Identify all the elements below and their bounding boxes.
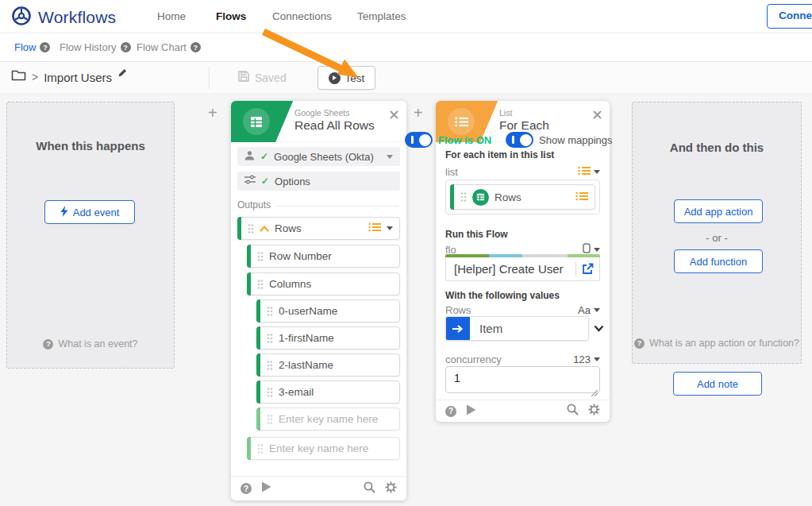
section-label: With the following values <box>445 290 560 301</box>
concurrency-input[interactable]: 1 <box>445 366 600 393</box>
chevron-down-icon[interactable] <box>594 248 600 252</box>
drag-handle-icon[interactable] <box>267 333 273 344</box>
collapse-chevron-up-icon[interactable] <box>260 222 269 234</box>
drag-handle-icon[interactable] <box>257 279 264 290</box>
nav-item-home[interactable]: Home <box>157 10 186 22</box>
drag-handle-icon[interactable] <box>267 306 273 317</box>
gear-icon[interactable] <box>385 481 397 496</box>
list-field-name: list <box>445 166 458 178</box>
mapped-rows-chip[interactable]: Rows <box>450 184 595 210</box>
options-row[interactable]: ✓ Options <box>237 172 400 191</box>
help-icon[interactable]: ? <box>445 406 456 417</box>
output-field-label: Row Number <box>269 250 332 262</box>
run-step-play-icon[interactable] <box>466 404 476 419</box>
action-help-label: What is an app action or function? <box>649 338 799 349</box>
card-footer: ? <box>436 400 610 422</box>
insert-step-plus-icon[interactable]: + <box>208 104 217 122</box>
output-field-label: 1-firstName <box>279 332 334 344</box>
drag-handle-icon[interactable] <box>267 414 273 425</box>
edit-pencil-icon[interactable] <box>117 67 127 81</box>
output-field-row-number[interactable]: Row Number <box>247 245 400 268</box>
connect-button[interactable]: Connect <box>767 4 812 29</box>
account-selector[interactable]: ✓ Google Sheets (Okta) <box>237 147 400 166</box>
nav-item-flows[interactable]: Flows <box>216 10 246 22</box>
list-field-input[interactable]: Rows <box>445 180 600 214</box>
number-type-label: 123 <box>573 353 591 365</box>
output-field-label: Rows <box>275 222 302 234</box>
run-step-play-icon[interactable] <box>261 481 271 496</box>
breadcrumb: > Import Users <box>11 69 127 85</box>
tab-flow[interactable]: Flow ? <box>14 41 50 53</box>
number-type-selector[interactable]: 123 <box>573 353 600 365</box>
help-icon[interactable]: ? <box>40 42 50 52</box>
flow-on-toggle[interactable] <box>405 132 433 148</box>
drag-handle-icon[interactable] <box>460 191 467 203</box>
tab-flow-history[interactable]: Flow History ? <box>60 41 131 53</box>
list-type-icon[interactable] <box>578 166 591 178</box>
workflows-app: Workflows Home Flows Connections Templat… <box>0 0 812 506</box>
help-icon: ? <box>43 339 53 350</box>
concurrency-field-header: concurrency 123 <box>445 353 600 365</box>
output-field-firstname[interactable]: 1-firstName <box>256 326 400 350</box>
output-field-rows[interactable]: Rows <box>237 217 400 240</box>
add-function-label: Add function <box>690 256 747 268</box>
gear-icon[interactable] <box>588 404 600 419</box>
text-type-selector[interactable]: Aa <box>578 304 600 316</box>
insert-step-plus-icon[interactable]: + <box>414 104 423 122</box>
output-field-new-key-input[interactable]: Enter key name here <box>247 437 400 460</box>
card-app-name: List <box>499 108 512 118</box>
rows-value-field[interactable]: Item <box>445 316 589 341</box>
add-app-action-button[interactable]: Add app action <box>674 199 763 223</box>
add-note-button[interactable]: Add note <box>673 372 762 396</box>
output-field-columns[interactable]: Columns <box>247 272 400 295</box>
help-icon[interactable]: ? <box>121 42 131 52</box>
action-help[interactable]: ? What is an app action or function? <box>633 338 801 349</box>
add-event-label: Add event <box>73 207 120 218</box>
chevron-down-icon <box>594 308 600 312</box>
okta-workflows-logo-icon <box>11 6 32 29</box>
toolbar-divider <box>209 67 210 89</box>
add-function-button[interactable]: Add function <box>674 249 763 273</box>
help-icon[interactable]: ? <box>190 42 201 52</box>
drag-handle-icon[interactable] <box>257 443 264 454</box>
sliders-icon <box>244 175 256 187</box>
drag-handle-icon[interactable] <box>267 360 273 371</box>
close-icon[interactable] <box>593 108 602 122</box>
test-button[interactable]: Test <box>317 66 375 90</box>
output-field-username[interactable]: 0-userName <box>256 299 400 323</box>
folder-icon[interactable] <box>11 69 26 85</box>
output-field-new-key-input[interactable]: Enter key name here <box>256 408 400 431</box>
search-icon[interactable] <box>567 404 579 419</box>
show-mappings-toggle[interactable] <box>506 132 533 148</box>
output-field-email[interactable]: 3-email <box>256 380 400 404</box>
nav-item-connections[interactable]: Connections <box>272 10 332 22</box>
show-mappings-toggle-group: Show mappings <box>506 132 613 148</box>
brand[interactable]: Workflows <box>11 6 116 29</box>
chevron-down-icon[interactable] <box>594 170 600 174</box>
help-icon[interactable]: ? <box>241 483 252 494</box>
rows-field-name: Rows <box>445 304 471 316</box>
output-field-label: Columns <box>269 278 311 290</box>
top-nav: Workflows Home Flows Connections Templat… <box>0 0 812 33</box>
list-type-icon[interactable] <box>368 222 381 234</box>
open-flow-external-link-icon[interactable] <box>576 263 599 275</box>
check-icon: ✓ <box>261 176 269 187</box>
output-field-lastname[interactable]: 2-lastName <box>256 353 400 377</box>
helper-flow-field[interactable]: [Helper] Create User <box>445 257 600 281</box>
expand-chevron-icon[interactable] <box>594 321 604 335</box>
flow-name[interactable]: Import Users <box>44 71 112 84</box>
nav-item-templates[interactable]: Templates <box>357 10 406 22</box>
search-icon[interactable] <box>364 481 375 496</box>
tab-flow-chart[interactable]: Flow Chart ? <box>137 41 201 53</box>
drag-handle-icon[interactable] <box>267 387 273 398</box>
outputs-label: Outputs <box>237 199 271 211</box>
drag-handle-icon[interactable] <box>248 223 254 234</box>
check-icon: ✓ <box>260 151 268 162</box>
add-event-button[interactable]: Add event <box>44 200 135 224</box>
close-icon[interactable] <box>390 108 398 122</box>
list-type-icon <box>575 191 588 203</box>
event-help[interactable]: ? What is an event? <box>7 338 174 350</box>
google-sheets-badge-icon <box>472 189 489 206</box>
drag-handle-icon[interactable] <box>257 251 264 262</box>
chevron-down-icon[interactable] <box>387 226 393 230</box>
